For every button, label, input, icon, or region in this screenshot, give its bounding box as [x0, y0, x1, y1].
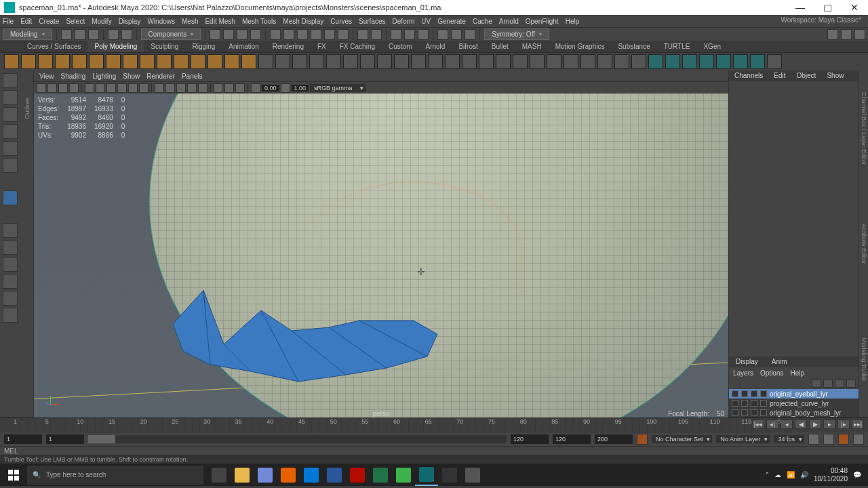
select-face-icon[interactable] [237, 29, 248, 40]
minimize-button[interactable]: — [787, 0, 814, 15]
taskbar-app-obs[interactable] [438, 464, 461, 486]
shelf-polytype-icon[interactable] [224, 54, 239, 69]
dock-tab-attribute-editor[interactable]: Attribute Editor [859, 186, 868, 302]
shelf-combine-icon[interactable] [292, 54, 307, 69]
shelf-connect-icon[interactable] [530, 54, 545, 69]
taskbar-app-maya[interactable] [415, 464, 438, 486]
tab-mash[interactable]: MASH [515, 41, 549, 52]
layer-row[interactable]: projected_curve_lyr [729, 399, 859, 408]
tab-motiongraphics[interactable]: Motion Graphics [549, 41, 612, 52]
vp-shaded-icon[interactable] [165, 83, 175, 93]
panel-layout-icon[interactable] [437, 29, 448, 40]
character-set-dropdown[interactable]: No Character Set [652, 435, 713, 443]
layer-tab-display[interactable]: Display [729, 357, 765, 367]
vp-menu-renderer[interactable]: Renderer [146, 73, 175, 80]
auto-key-icon[interactable] [637, 434, 648, 445]
tab-polymodeling[interactable]: Poly Modeling [87, 41, 144, 52]
shelf-close-icon[interactable] [767, 54, 782, 69]
shelf-sculpt-icon[interactable] [665, 54, 680, 69]
shelf-detach-icon[interactable] [547, 54, 561, 69]
maximize-button[interactable]: ▢ [814, 0, 841, 15]
cb-tab-show[interactable]: Show [821, 70, 849, 81]
shelf-collapse-icon[interactable] [513, 54, 528, 69]
shelf-polyprism-icon[interactable] [157, 54, 172, 69]
shelf-insertloop-icon[interactable] [614, 54, 629, 69]
vp-xray-icon[interactable] [224, 83, 234, 93]
anim-end2-field[interactable]: 200 [595, 434, 633, 444]
layer-vis-toggle-icon[interactable] [732, 400, 738, 407]
command-line[interactable]: MEL [0, 446, 868, 455]
play-backward-icon[interactable]: ◀ [795, 420, 807, 429]
tray-wifi-icon[interactable]: 📶 [787, 471, 795, 479]
layout-persp-icon[interactable] [3, 308, 18, 323]
menu-select[interactable]: Select [66, 18, 85, 25]
layer-vis-toggle-icon[interactable] [732, 390, 738, 397]
shelf-offsetloop-icon[interactable] [631, 54, 646, 69]
shelf-curvewarp-icon[interactable] [733, 54, 748, 69]
shelf-retopo-icon[interactable] [716, 54, 731, 69]
paint-select-tool-icon[interactable] [3, 107, 18, 122]
module-selector[interactable]: Modeling [3, 28, 52, 40]
tab-xgen[interactable]: XGen [696, 41, 728, 52]
cb-tab-edit[interactable]: Edit [768, 70, 791, 81]
shelf-bridge-icon[interactable] [411, 54, 426, 69]
menu-openflight[interactable]: OpenFlight [526, 18, 559, 25]
vp-menu-show[interactable]: Show [123, 73, 140, 80]
layer-menu-layers[interactable]: Layers [733, 369, 753, 377]
shelf-polypipe-icon[interactable] [174, 54, 189, 69]
shelf-polyplatonic-icon[interactable] [123, 54, 138, 69]
move-tool-icon[interactable] [3, 124, 18, 139]
audio-icon[interactable] [838, 434, 849, 445]
step-fwd-frame-icon[interactable]: ▸ [823, 420, 835, 429]
go-to-start-icon[interactable]: |◂◂ [752, 420, 764, 429]
step-back-frame-icon[interactable]: ◂ [781, 420, 793, 429]
menu-edit[interactable]: Edit [20, 18, 32, 25]
start-button[interactable] [0, 464, 27, 486]
layer-type-toggle-icon[interactable] [751, 409, 757, 416]
anim-prefs-icon[interactable] [853, 434, 864, 445]
vp-safe-action-icon[interactable] [128, 83, 138, 93]
layer-new-empty-icon[interactable] [835, 380, 844, 388]
fps-dropdown[interactable]: 24 fps [774, 435, 804, 443]
cb-tab-channels[interactable]: Channels [729, 70, 768, 81]
shelf-polycount-icon[interactable] [750, 54, 765, 69]
tab-bullet[interactable]: Bullet [485, 41, 515, 52]
vp-exposure-icon[interactable] [251, 83, 260, 93]
layer-type-toggle-icon[interactable] [751, 390, 757, 397]
menu-meshdisplay[interactable]: Mesh Display [283, 18, 323, 25]
layer-tab-anim[interactable]: Anim [765, 357, 794, 367]
tab-rigging[interactable]: Rigging [185, 41, 222, 52]
time-slider[interactable]: 1510152025303540455055606570758085909510… [0, 418, 868, 432]
dock-tab-channelbox[interactable]: Channel Box / Layer Editor [859, 70, 868, 186]
vp-lights-icon[interactable] [187, 83, 197, 93]
taskbar-search[interactable]: 🔍 Type here to search [27, 466, 203, 485]
viewport[interactable]: ✛ Verts:951484780 Edges:18997169330 Face… [34, 94, 728, 418]
taskbar-app-acrobat[interactable] [346, 464, 369, 486]
taskbar-app-firefox[interactable] [277, 464, 300, 486]
taskbar-app-edge[interactable] [300, 464, 323, 486]
shelf-polytorus-icon[interactable] [72, 54, 87, 69]
layout-two-v-icon[interactable] [3, 274, 18, 289]
tab-curves[interactable]: Curves / Surfaces [20, 41, 87, 52]
menu-mesh[interactable]: Mesh [182, 18, 198, 25]
playback-start-field[interactable]: 1 [46, 434, 84, 444]
undo-icon[interactable] [108, 29, 119, 40]
dock-tab-modeling-toolkit[interactable]: Modeling Toolkit [859, 302, 868, 418]
vp-select-camera-icon[interactable] [37, 83, 46, 93]
task-view-button[interactable] [208, 464, 231, 486]
notification-icon[interactable]: 💬 [853, 471, 861, 479]
vp-grid-icon[interactable] [85, 83, 94, 93]
render-icon[interactable] [391, 29, 401, 40]
rotate-tool-icon[interactable] [3, 141, 18, 156]
go-to-end-icon[interactable]: ▸▸| [852, 420, 864, 429]
menu-generate[interactable]: Generate [437, 18, 466, 25]
layout-four-icon[interactable] [3, 240, 18, 255]
vp-menu-lighting[interactable]: Lighting [92, 73, 116, 80]
tray-cloud-icon[interactable]: ☁ [774, 471, 781, 479]
snap-point-icon[interactable] [297, 29, 308, 40]
shelf-polycylinder-icon[interactable] [38, 54, 53, 69]
shelf-bevel-icon[interactable] [428, 54, 443, 69]
tab-rendering[interactable]: Rendering [266, 41, 311, 52]
anim-start-field[interactable]: 1 [4, 434, 42, 444]
vp-isolate-icon[interactable] [214, 83, 223, 93]
